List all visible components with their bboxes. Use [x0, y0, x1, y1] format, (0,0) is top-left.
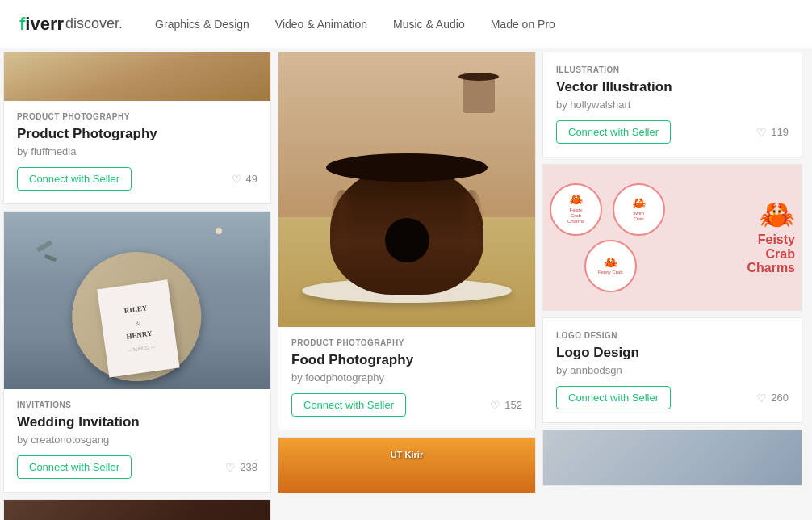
connect-seller-button[interactable]: Connect with Seller: [17, 455, 132, 479]
card-author: by foodphotography: [291, 371, 522, 384]
card-title: Wedding Invitation: [17, 414, 257, 430]
connect-seller-button[interactable]: Connect with Seller: [291, 393, 406, 417]
card-author: by fluffmedia: [17, 145, 257, 157]
header: fiverr discover. Graphics & Design Video…: [0, 0, 812, 48]
card-title: Product Photography: [17, 126, 257, 142]
card-footer: Connect with Seller ♡ 238: [17, 455, 257, 479]
feisty-crab-image: 🦀 FeistyCrabCharms 🦀 swimCrab 🦀 Feisty C…: [543, 165, 802, 310]
card-title: Food Photography: [291, 352, 522, 368]
nav-made-on-pro[interactable]: Made on Pro: [491, 15, 555, 34]
card-product-photography-body: PRODUCT PHOTOGRAPHY Product Photography …: [4, 101, 270, 203]
card-ut-kirir: UT Kirir: [278, 437, 536, 493]
heart-icon: ♡: [490, 399, 500, 412]
like-count: ♡ 49: [232, 173, 257, 186]
wedding-invitation-image: RILEY & HENRY — MAY 22 —: [4, 212, 270, 389]
discover-logo-text: discover.: [65, 15, 123, 32]
card-wedding-body: INVITATIONS Wedding Invitation by creato…: [4, 389, 270, 492]
connect-seller-button[interactable]: Connect with Seller: [556, 120, 671, 144]
heart-icon: ♡: [232, 173, 242, 186]
card-author: by annbodsgn: [556, 364, 789, 376]
card-logo-design-body: LOGO DESIGN Logo Design by annbodsgn Con…: [543, 318, 802, 422]
card-title: Vector Illustration: [556, 79, 789, 95]
card-category: LOGO DESIGN: [556, 331, 789, 340]
logo[interactable]: fiverr discover.: [19, 14, 123, 35]
heart-icon: ♡: [756, 392, 767, 405]
like-count: ♡ 260: [756, 392, 789, 405]
likes-number: 119: [771, 126, 789, 138]
card-product-photography: PRODUCT PHOTOGRAPHY Product Photography …: [3, 52, 271, 204]
like-count: ♡ 238: [225, 461, 257, 474]
card-food-photography-body: PRODUCT PHOTOGRAPHY Food Photography by …: [278, 327, 535, 430]
card-vector-illustration-body: ILLUSTRATION Vector Illustration by holl…: [543, 52, 802, 157]
nav-graphics-design[interactable]: Graphics & Design: [155, 15, 249, 34]
card-author: by creatonotosgang: [17, 434, 257, 446]
card-footer: Connect with Seller ♡ 152: [291, 393, 522, 417]
card-bottom-left: [3, 499, 271, 520]
likes-number: 238: [240, 461, 257, 473]
main-content: PRODUCT PHOTOGRAPHY Product Photography …: [0, 48, 812, 520]
main-nav: Graphics & Design Video & Animation Musi…: [155, 15, 555, 34]
card-food-photography: PRODUCT PHOTOGRAPHY Food Photography by …: [278, 52, 536, 430]
card-title: Logo Design: [556, 345, 789, 361]
grid-col-2: PRODUCT PHOTOGRAPHY Food Photography by …: [274, 48, 539, 520]
card-category: PRODUCT PHOTOGRAPHY: [291, 338, 522, 347]
fiverr-logo-text: fiverr: [19, 14, 64, 35]
like-count: ♡ 119: [756, 126, 789, 139]
card-category: ILLUSTRATION: [556, 65, 789, 74]
card-bottom-right: [542, 430, 802, 486]
like-count: ♡ 152: [490, 399, 522, 412]
nav-video-animation[interactable]: Video & Animation: [275, 15, 367, 34]
cards-grid: PRODUCT PHOTOGRAPHY Product Photography …: [0, 48, 812, 520]
card-author: by hollywalshart: [556, 99, 789, 111]
card-vector-illustration: ILLUSTRATION Vector Illustration by holl…: [542, 52, 802, 157]
grid-col-3: ILLUSTRATION Vector Illustration by holl…: [539, 48, 806, 520]
card-feisty-crab: 🦀 FeistyCrabCharms 🦀 swimCrab 🦀 Feisty C…: [542, 164, 802, 311]
food-photography-image: [278, 52, 535, 327]
heart-icon: ♡: [756, 126, 767, 139]
likes-number: 49: [246, 173, 257, 185]
card-category: PRODUCT PHOTOGRAPHY: [17, 112, 257, 121]
card-footer: Connect with Seller ♡ 49: [17, 167, 257, 191]
card-footer: Connect with Seller ♡ 260: [556, 386, 789, 409]
connect-seller-button[interactable]: Connect with Seller: [556, 386, 671, 409]
heart-icon: ♡: [225, 461, 236, 474]
card-footer: Connect with Seller ♡ 119: [556, 120, 789, 144]
likes-number: 260: [771, 392, 789, 404]
grid-col-1: PRODUCT PHOTOGRAPHY Product Photography …: [0, 48, 274, 520]
nav-music-audio[interactable]: Music & Audio: [393, 15, 465, 34]
connect-seller-button[interactable]: Connect with Seller: [17, 167, 132, 191]
likes-number: 152: [504, 399, 522, 411]
card-category: INVITATIONS: [17, 400, 257, 409]
card-wedding-invitation: RILEY & HENRY — MAY 22 —: [3, 211, 271, 493]
card-logo-design: LOGO DESIGN Logo Design by annbodsgn Con…: [542, 317, 802, 423]
